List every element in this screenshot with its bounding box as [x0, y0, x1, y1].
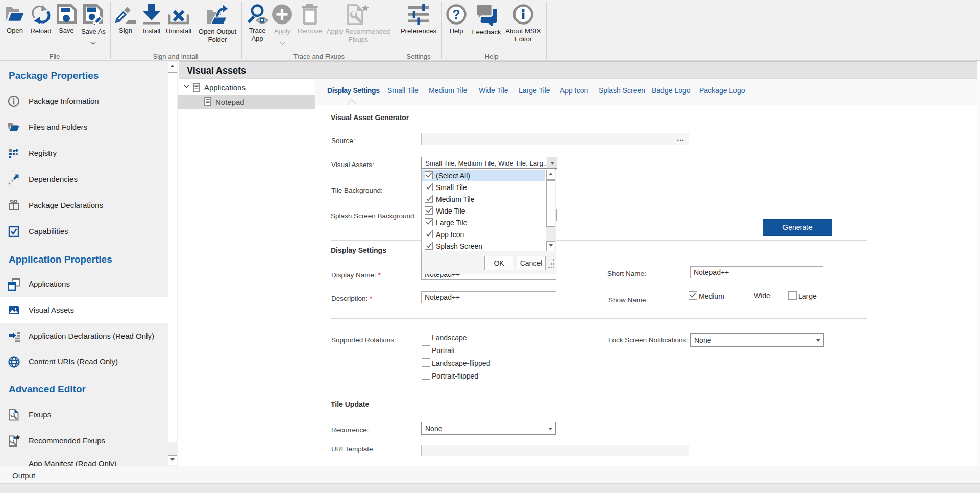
- svg-text:?: ?: [452, 7, 460, 21]
